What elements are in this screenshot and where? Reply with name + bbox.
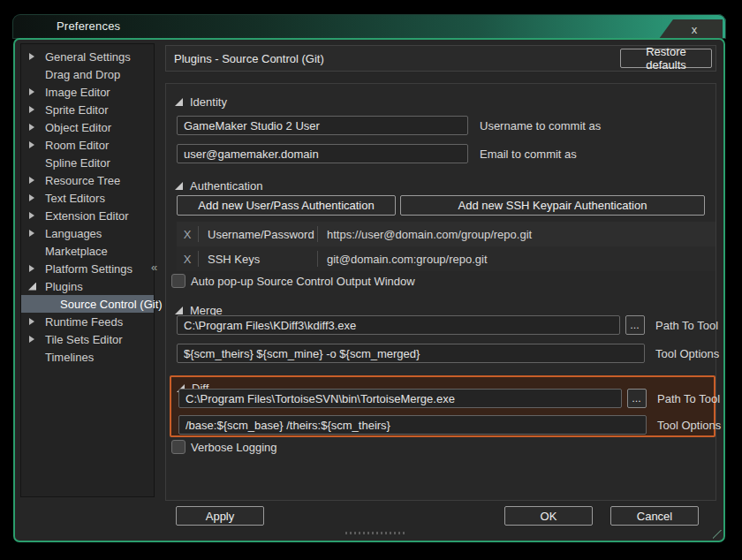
expanded-arrow-icon[interactable] [175,306,183,314]
diff-options-input[interactable] [178,415,647,435]
collapsed-arrow-icon[interactable] [29,194,34,201]
sidebar-item-general-settings[interactable]: General Settings [21,48,154,65]
diff-browse-button[interactable]: … [627,389,647,408]
sidebar-item-label: Plugins [45,280,83,293]
preferences-window: Preferences x General Settings Drag and … [12,14,726,542]
expanded-arrow-icon[interactable] [28,283,36,291]
sidebar-item-source-control-git[interactable]: Source Control (Git) [21,295,154,313]
verbose-logging-checkbox[interactable] [171,440,186,454]
window-drag-handle[interactable] [345,532,407,534]
sidebar-item-label: Extension Editor [45,209,129,223]
ok-button[interactable]: OK [504,506,593,526]
sidebar-collapse-icon[interactable]: « [151,261,157,274]
diff-path-input[interactable] [178,389,622,408]
sidebar-item-tile-sets-editor[interactable]: Tile Sets Editor [21,330,154,348]
sidebar-item-label: Runtime Feeds [45,315,123,329]
sidebar-item-label: Sprite Editor [45,103,109,117]
collapsed-arrow-icon[interactable] [29,265,34,272]
sidebar-item-text-editors[interactable]: Text Editors [21,189,154,207]
sidebar-item-object-editor[interactable]: Object Editor [21,118,154,136]
merge-browse-button[interactable]: … [625,315,645,335]
sidebar-item-label: Languages [45,227,102,240]
window-title: Preferences [57,19,120,33]
sidebar-item-label: Drag and Drop [45,68,120,81]
collapsed-arrow-icon[interactable] [29,336,34,343]
username-input[interactable] [177,116,468,135]
verbose-logging-label: Verbose Logging [191,441,277,454]
sidebar-item-sprite-editor[interactable]: Sprite Editor [21,101,154,118]
collapsed-arrow-icon[interactable] [29,88,34,95]
page-header: Plugins - Source Control (Git) Restore d… [165,45,716,72]
diff-options-label: Tool Options [657,419,721,432]
sidebar-item-room-editor[interactable]: Room Editor [21,136,154,154]
sidebar-item-label: General Settings [45,50,131,64]
section-title: Authentication [190,179,262,193]
diff-section-highlight: Diff … Path To Tool Tool Options [170,375,716,437]
merge-options-input[interactable] [177,344,645,363]
restore-defaults-button[interactable]: Restore defaults [620,49,712,68]
collapsed-arrow-icon[interactable] [29,177,34,184]
settings-panel: Identity Username to commit as Email to … [165,83,716,501]
collapsed-arrow-icon[interactable] [29,124,34,131]
auth-url-cell: https://user@domain.com/group/repo.git [318,228,716,241]
sidebar-item-runtime-feeds[interactable]: Runtime Feeds [21,313,154,330]
email-label: Email to commit as [480,148,577,161]
expanded-arrow-icon[interactable] [175,182,183,190]
sidebar-item-resource-tree[interactable]: Resource Tree [21,171,154,189]
sidebar-item-label: Marketplace [45,245,108,258]
sidebar-item-label: Platform Settings [45,262,132,276]
sidebar-item-spline-editor[interactable]: Spline Editor [21,154,154,171]
auth-entry-row[interactable]: X Username/Password https://user@domain.… [177,222,716,246]
username-label: Username to commit as [480,119,601,132]
section-title: Identity [190,95,227,109]
sidebar-item-label: Spline Editor [45,156,110,170]
apply-button[interactable]: Apply [176,506,264,526]
remove-entry-icon[interactable]: X [177,228,198,241]
auth-entry-row[interactable]: X SSH Keys git@domain.com:group/repo.git [177,246,716,271]
identity-section-header[interactable]: Identity [175,95,227,109]
sidebar-item-label: Room Editor [45,139,109,152]
sidebar-item-label: Text Editors [45,192,105,205]
sidebar-item-label: Resource Tree [45,174,120,187]
authentication-section-header[interactable]: Authentication [175,179,262,193]
sidebar-item-languages[interactable]: Languages [21,224,154,242]
sidebar-item-label: Object Editor [45,121,111,134]
collapsed-arrow-icon[interactable] [29,318,34,325]
title-bar[interactable]: Preferences x [12,14,726,39]
close-button[interactable]: x [659,19,723,39]
auth-url-cell: git@domain.com:group/repo.git [318,253,716,266]
collapsed-arrow-icon[interactable] [29,53,34,60]
merge-path-label: Path To Tool [655,319,718,332]
collapsed-arrow-icon[interactable] [29,141,34,148]
desktop: { "window": { "title": "Preferences", "c… [0,0,742,560]
add-userpass-button[interactable]: Add new User/Pass Authentication [177,195,396,216]
close-icon: x [685,24,698,35]
collapsed-arrow-icon[interactable] [29,212,34,219]
sidebar-item-image-editor[interactable]: Image Editor [21,83,154,101]
auto-popup-checkbox[interactable] [171,274,186,288]
sidebar-item-plugins[interactable]: Plugins [21,277,154,295]
sidebar-item-timelines[interactable]: Timelines [21,348,154,366]
resize-grip-icon[interactable] [713,530,722,539]
collapsed-arrow-icon[interactable] [29,106,34,113]
add-ssh-keypair-button[interactable]: Add new SSH Keypair Authentication [400,195,705,216]
merge-path-input[interactable] [177,315,620,335]
window-body: General Settings Drag and Drop Image Edi… [13,38,725,542]
remove-entry-icon[interactable]: X [177,253,198,266]
merge-options-label: Tool Options [655,347,719,360]
auto-popup-label: Auto pop-up Source Control Output Window [191,275,415,288]
sidebar-item-platform-settings[interactable]: Platform Settings [21,260,154,277]
sidebar-item-label: Tile Sets Editor [45,333,123,346]
sidebar-item-label: Timelines [45,351,94,364]
sidebar-item-marketplace[interactable]: Marketplace [21,242,154,260]
sidebar-item-drag-and-drop[interactable]: Drag and Drop [21,65,154,83]
diff-path-label: Path To Tool [657,392,720,405]
authentication-table: X Username/Password https://user@domain.… [177,222,716,271]
cancel-button[interactable]: Cancel [610,506,699,526]
page-title: Plugins - Source Control (Git) [174,52,324,65]
sidebar-item-extension-editor[interactable]: Extension Editor [21,207,154,224]
expanded-arrow-icon[interactable] [175,98,183,106]
email-input[interactable] [177,144,468,163]
collapsed-arrow-icon[interactable] [29,230,34,237]
auth-type-cell: SSH Keys [199,253,317,266]
